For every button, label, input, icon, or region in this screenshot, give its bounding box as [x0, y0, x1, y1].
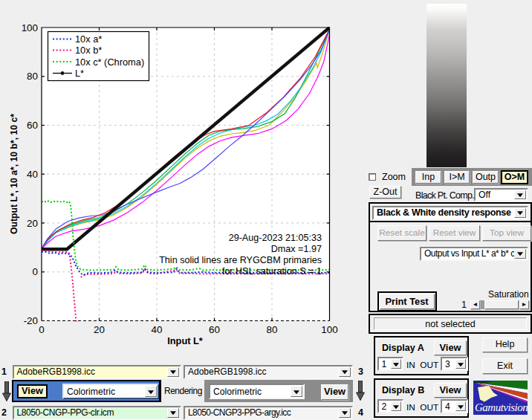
svg-text:20: 20	[27, 218, 38, 229]
svg-text:L*: L*	[75, 68, 84, 79]
svg-text:80: 80	[27, 71, 38, 82]
svg-text:80: 80	[267, 324, 278, 335]
svg-text:Thin solid lines are RYGCBM pr: Thin solid lines are RYGCBM primaries	[159, 255, 322, 265]
svg-text:10x c* (Chroma): 10x c* (Chroma)	[75, 56, 144, 68]
svg-text:Input L*: Input L*	[167, 335, 203, 346]
svg-text:Output L*, 10 a*, 10 b*, 10 c*: Output L*, 10 a*, 10 b*, 10 c*	[9, 114, 19, 234]
svg-text:Dmax =1.97: Dmax =1.97	[271, 244, 322, 254]
svg-text:10x b*: 10x b*	[75, 45, 102, 56]
svg-text:20: 20	[94, 324, 105, 335]
svg-text:29-Aug-2023 21:05:33: 29-Aug-2023 21:05:33	[229, 233, 322, 243]
svg-text:Gamutvision: Gamutvision	[475, 401, 528, 413]
svg-text:for HSL saturation S = 1: for HSL saturation S = 1	[222, 266, 322, 277]
svg-text:40: 40	[152, 324, 163, 335]
svg-text:100: 100	[321, 324, 337, 335]
svg-text:0: 0	[39, 324, 44, 335]
svg-text:40: 40	[27, 169, 38, 180]
svg-text:60: 60	[27, 120, 38, 131]
svg-text:0: 0	[33, 266, 38, 277]
svg-text:100: 100	[22, 22, 38, 33]
svg-text:10x a*: 10x a*	[75, 33, 102, 45]
svg-text:-20: -20	[24, 315, 38, 326]
svg-text:60: 60	[209, 324, 220, 335]
